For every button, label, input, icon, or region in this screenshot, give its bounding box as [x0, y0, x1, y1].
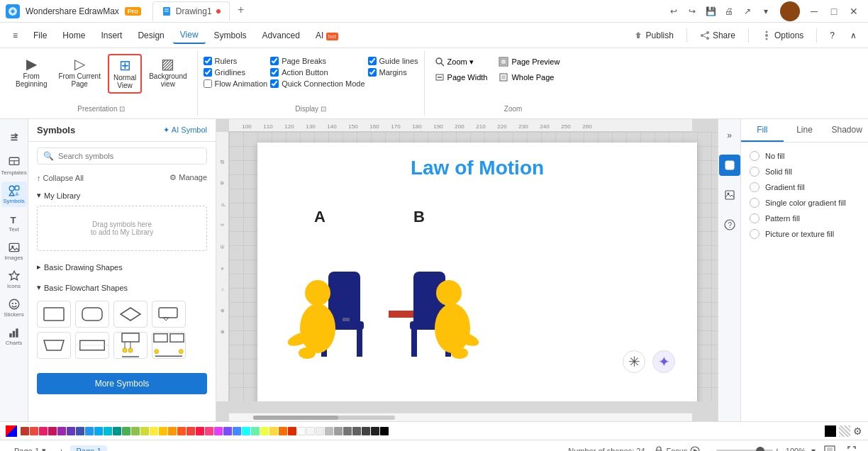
manage-button[interactable]: ⚙ Manage — [169, 173, 207, 182]
help-icon-button[interactable]: ? — [719, 214, 740, 235]
shape-trapezoid[interactable] — [37, 332, 71, 359]
menu-collapse[interactable]: ≡ — [6, 28, 25, 43]
sidebar-item-icons[interactable]: Icons — [1, 267, 27, 292]
ai-symbol-button[interactable]: ✦ AI Symbol — [163, 126, 207, 135]
collapse-all-button[interactable]: ↑ Collapse All — [37, 174, 84, 182]
maximize-button[interactable]: □ — [825, 3, 842, 20]
shape-diamond[interactable] — [113, 301, 148, 328]
image-panel-button[interactable] — [719, 184, 740, 206]
zoom-in-button[interactable]: + — [774, 445, 780, 452]
normal-view-button[interactable]: ⊞ NormalView — [108, 54, 142, 94]
guide-lines-check[interactable]: Guide lines — [368, 57, 418, 65]
picture-texture-radio[interactable] — [750, 229, 760, 239]
menu-home[interactable]: Home — [55, 28, 92, 43]
sparkle-button[interactable]: ✳ — [623, 350, 645, 373]
page-breaks-check[interactable]: Page Breaks — [270, 57, 365, 65]
no-fill-radio[interactable] — [750, 151, 760, 161]
export-button[interactable]: ↗ — [739, 3, 756, 20]
close-button[interactable]: ✕ — [845, 3, 862, 20]
zoom-button[interactable]: Zoom ▾ — [430, 55, 492, 68]
fill-panel-button[interactable] — [719, 155, 740, 176]
sidebar-item-stickers[interactable]: Stickers — [1, 295, 27, 321]
pattern-fill-option[interactable]: Pattern fill — [750, 213, 859, 223]
shape-parallel[interactable] — [75, 332, 109, 359]
menu-file[interactable]: File — [26, 28, 54, 43]
right-collapse-button[interactable]: » — [719, 125, 740, 146]
from-current-page-button[interactable]: ▷ From CurrentPage — [54, 54, 104, 91]
shape-rectangle[interactable] — [37, 301, 71, 328]
my-library-header[interactable]: ▾ My Library — [37, 188, 207, 203]
action-button-check[interactable]: Action Button — [270, 68, 365, 77]
shape-callout[interactable] — [152, 301, 186, 328]
library-drop-zone[interactable]: Drag symbols hereto add to My Library — [37, 206, 207, 251]
shape-rounded-rect[interactable] — [75, 301, 109, 328]
quick-connection-checkbox[interactable] — [270, 79, 279, 88]
menu-advanced[interactable]: Advanced — [255, 28, 307, 43]
flow-animation-check[interactable]: Flow Animation — [204, 79, 268, 88]
ai-assist-button[interactable]: ✦ — [652, 350, 675, 373]
fit-page-button[interactable] — [821, 444, 838, 452]
sidebar-item-text[interactable]: T Text — [1, 210, 27, 235]
menu-design[interactable]: Design — [130, 28, 171, 43]
sidebar-collapse-button[interactable] — [1, 125, 27, 150]
share-button[interactable]: Share — [694, 28, 741, 43]
add-page-button[interactable]: + — [55, 445, 67, 452]
sidebar-item-images[interactable]: Images — [1, 238, 27, 264]
solid-fill-radio[interactable] — [750, 167, 760, 177]
background-view-button[interactable]: ▨ Backgroundview — [145, 54, 191, 91]
more-button[interactable]: ▾ — [757, 3, 774, 20]
zoom-out-button[interactable]: − — [708, 445, 714, 452]
flow-animation-checkbox[interactable] — [204, 79, 212, 88]
menu-insert[interactable]: Insert — [94, 28, 129, 43]
active-page-tab[interactable]: Page-1 — [70, 445, 106, 452]
search-bar[interactable]: 🔍 — [37, 147, 207, 165]
shape-flow-1[interactable] — [113, 332, 148, 359]
menu-ai[interactable]: AI hot — [308, 28, 345, 43]
tab-fill[interactable]: Fill — [741, 119, 784, 142]
color-picker-icon[interactable] — [6, 425, 17, 437]
add-tab-button[interactable]: + — [233, 1, 250, 18]
horizontal-scrollbar[interactable] — [229, 413, 692, 421]
page-breaks-checkbox[interactable] — [270, 57, 279, 65]
more-symbols-button[interactable]: More Symbols — [37, 373, 207, 394]
collapse-ribbon[interactable]: ∧ — [845, 28, 862, 43]
margins-checkbox[interactable] — [368, 68, 377, 77]
sidebar-item-symbols[interactable]: Symbols — [1, 182, 27, 207]
options-button[interactable]: Options — [756, 28, 809, 43]
help-button[interactable]: ? — [824, 28, 840, 43]
print-button[interactable]: 🖨 — [720, 3, 738, 20]
outline-color[interactable] — [825, 425, 836, 437]
rulers-checkbox[interactable] — [204, 57, 212, 65]
fullscreen-button[interactable] — [844, 444, 859, 452]
rulers-check[interactable]: Rulers — [204, 57, 268, 65]
guide-lines-checkbox[interactable] — [368, 57, 377, 65]
undo-button[interactable]: ↩ — [665, 3, 682, 20]
sidebar-item-templates[interactable]: Templates — [1, 153, 27, 179]
document-tab[interactable]: Drawing1 — [152, 1, 230, 21]
gridlines-checkbox[interactable] — [204, 68, 212, 77]
color-settings-button[interactable]: ⚙ — [853, 425, 862, 437]
basic-drawing-header[interactable]: ▸ Basic Drawing Shapes — [37, 260, 207, 274]
gridlines-check[interactable]: Gridlines — [204, 68, 268, 77]
tab-shadow[interactable]: Shadow — [825, 119, 868, 142]
single-color-radio[interactable] — [750, 198, 760, 208]
page-width-button[interactable]: Page Width — [430, 71, 492, 84]
sidebar-item-charts[interactable]: Charts — [1, 323, 27, 349]
shape-flow-2[interactable] — [152, 332, 186, 359]
search-input[interactable] — [58, 152, 201, 160]
menu-symbols[interactable]: Symbols — [207, 28, 254, 43]
publish-button[interactable]: Publish — [628, 28, 679, 43]
save-button[interactable]: 💾 — [702, 3, 719, 20]
single-color-gradient-option[interactable]: Single color gradient fill — [750, 198, 859, 208]
picture-texture-option[interactable]: Picture or texture fill — [750, 229, 859, 239]
redo-button[interactable]: ↪ — [684, 3, 701, 20]
no-fill-option[interactable]: No fill — [750, 151, 859, 161]
solid-fill-option[interactable]: Solid fill — [750, 167, 859, 177]
basic-flowchart-header[interactable]: ▾ Basic Flowchart Shapes — [37, 280, 207, 295]
quick-connection-check[interactable]: Quick Connection Mode — [270, 79, 365, 88]
page-preview-button[interactable]: Page Preview — [494, 55, 564, 68]
no-fill-swatch[interactable] — [839, 425, 850, 437]
minimize-button[interactable]: ─ — [806, 3, 823, 20]
gradient-fill-option[interactable]: Gradient fill — [750, 182, 859, 192]
margins-check[interactable]: Margins — [368, 68, 418, 77]
